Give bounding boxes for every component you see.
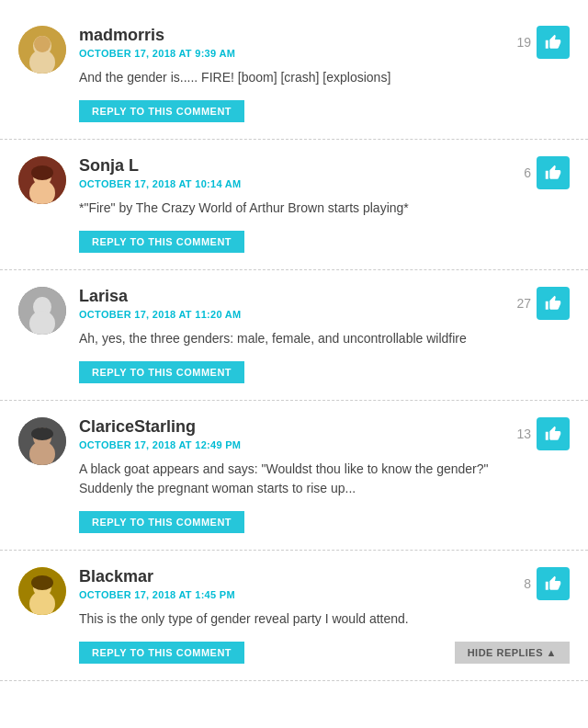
comment-left: Blackmar OCTOBER 17, 2018 AT 1:45 PM Thi… [18,567,514,664]
thumbs-up-icon [545,34,561,51]
avatar [18,287,66,335]
comment-actions: REPLY TO THIS COMMENT [79,361,507,383]
comment-date: OCTOBER 17, 2018 AT 9:39 AM [79,48,507,59]
like-button[interactable] [537,156,570,189]
comment-actions: REPLY TO THIS COMMENT [79,100,507,122]
like-button[interactable] [537,567,570,600]
comment-date: OCTOBER 17, 2018 AT 1:45 PM [79,589,514,600]
svg-point-3 [34,36,51,52]
comment-username: Blackmar [79,567,514,586]
avatar [18,417,66,465]
like-button[interactable] [537,26,570,59]
comment-4: ClariceStarling OCTOBER 17, 2018 AT 12:4… [0,401,588,551]
comment-username: ClariceStarling [79,417,507,437]
hide-replies-button[interactable]: HIDE REPLIES ▲ [455,642,570,664]
like-count: 8 [524,576,531,591]
comment-text: Ah, yes, the three genders: male, female… [79,329,507,348]
comment-left: madmorris OCTOBER 17, 2018 AT 9:39 AM An… [18,26,507,122]
comment-text: A black goat appears and says: "Wouldst … [79,460,507,498]
comment-section: madmorris OCTOBER 17, 2018 AT 9:39 AM An… [0,0,588,690]
comment-header: Sonja L OCTOBER 17, 2018 AT 10:14 AM *"F… [18,156,570,253]
avatar [18,567,66,615]
like-button[interactable] [537,287,570,320]
comment-meta: Sonja L OCTOBER 17, 2018 AT 10:14 AM *"F… [79,156,514,253]
comment-text: And the gender is..... FIRE! [boom] [cra… [79,68,507,87]
reply-button[interactable]: REPLY TO THIS COMMENT [79,361,244,383]
comment-meta: ClariceStarling OCTOBER 17, 2018 AT 12:4… [79,417,507,533]
comment-text: *"Fire" by The Crazy World of Arthur Bro… [79,199,514,218]
svg-point-7 [31,165,53,180]
comment-1: madmorris OCTOBER 17, 2018 AT 9:39 AM An… [0,9,588,140]
comment-left: ClariceStarling OCTOBER 17, 2018 AT 12:4… [18,417,507,533]
thumbs-up-icon [545,426,561,442]
like-area: 6 [524,156,570,189]
like-area: 13 [516,417,570,450]
like-area: 27 [516,287,570,320]
comment-actions: REPLY TO THIS COMMENT [79,511,507,533]
comment-header: ClariceStarling OCTOBER 17, 2018 AT 12:4… [18,417,570,533]
like-area: 8 [524,567,570,600]
comment-header: madmorris OCTOBER 17, 2018 AT 9:39 AM An… [18,26,570,122]
comment-meta: madmorris OCTOBER 17, 2018 AT 9:39 AM An… [79,26,507,122]
like-count: 27 [516,296,531,311]
comment-date: OCTOBER 17, 2018 AT 11:20 AM [79,309,507,320]
like-count: 13 [516,427,531,441]
like-area: 19 [516,26,570,59]
reply-button[interactable]: REPLY TO THIS COMMENT [79,642,244,664]
comment-actions: REPLY TO THIS COMMENT [79,231,514,253]
like-count: 6 [524,165,531,180]
comment-left: Sonja L OCTOBER 17, 2018 AT 10:14 AM *"F… [18,156,514,253]
thumbs-up-icon [545,165,561,181]
like-count: 19 [516,35,531,50]
comment-5: Blackmar OCTOBER 17, 2018 AT 1:45 PM Thi… [0,551,588,681]
comment-username: madmorris [79,26,507,45]
comment-username: Sonja L [79,156,514,176]
comment-text: This is the only type of gender reveal p… [79,609,514,629]
thumbs-up-icon [545,295,561,312]
comment-meta: Larisa OCTOBER 17, 2018 AT 11:20 AM Ah, … [79,287,507,383]
avatar [18,156,66,204]
comment-meta: Blackmar OCTOBER 17, 2018 AT 1:45 PM Thi… [79,567,514,664]
comment-date: OCTOBER 17, 2018 AT 10:14 AM [79,178,514,189]
comment-left: Larisa OCTOBER 17, 2018 AT 11:20 AM Ah, … [18,287,507,383]
comment-date: OCTOBER 17, 2018 AT 12:49 PM [79,439,507,450]
reply-button[interactable]: REPLY TO THIS COMMENT [79,511,244,533]
comment-header: Larisa OCTOBER 17, 2018 AT 11:20 AM Ah, … [18,287,570,383]
comment-3: Larisa OCTOBER 17, 2018 AT 11:20 AM Ah, … [0,270,588,401]
like-button[interactable] [537,417,570,450]
reply-button[interactable]: REPLY TO THIS COMMENT [79,100,244,122]
svg-point-18 [31,575,53,590]
reply-button[interactable]: REPLY TO THIS COMMENT [79,231,244,253]
thumbs-up-icon [545,575,561,592]
comment-actions: REPLY TO THIS COMMENT [79,642,514,664]
avatar [18,26,66,74]
svg-point-14 [31,427,53,440]
comment-2: Sonja L OCTOBER 17, 2018 AT 10:14 AM *"F… [0,140,588,270]
comment-username: Larisa [79,287,507,306]
